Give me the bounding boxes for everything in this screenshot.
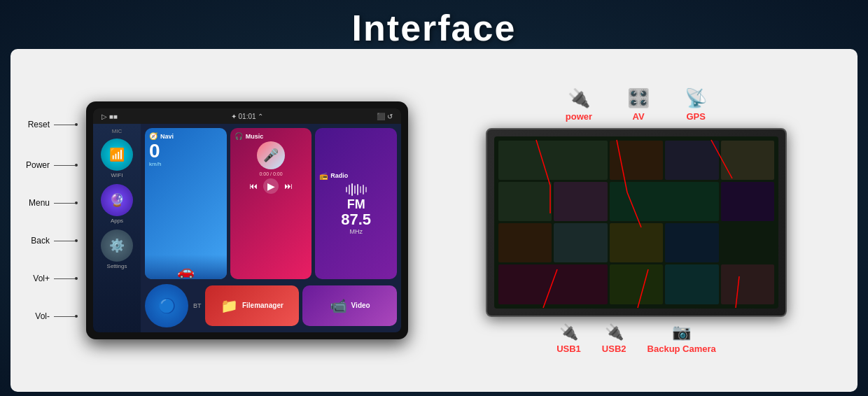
- backup-camera-connector: 📷 Backup Camera: [648, 323, 716, 354]
- power-connector: 🔌 power: [566, 87, 592, 122]
- svg-line-5: [543, 269, 557, 308]
- sidebar-settings[interactable]: ⚙️: [101, 229, 133, 262]
- filemanager-label: Filemanager: [242, 302, 284, 309]
- page-title: Interface: [0, 0, 868, 49]
- next-icon[interactable]: ⏭: [284, 181, 293, 191]
- radio-screen: ▷ ■■ ✦ 01:01 ⌃ ⬛ ↺ MIC 📶 WIFI: [93, 108, 401, 332]
- app-sidebar: MIC 📶 WIFI 🔮 Apps ⚙️: [93, 124, 141, 332]
- radio-mhz: MHz: [349, 228, 363, 235]
- filemanager-card[interactable]: 📁 Filemanager: [205, 285, 300, 326]
- label-power-text: Power: [24, 160, 50, 170]
- app-row-2: 🔵 BT 📁 Filemanager 📹: [145, 283, 397, 328]
- svg-line-3: [627, 192, 641, 227]
- label-back-text: Back: [24, 236, 50, 246]
- album-art: 🎤: [257, 141, 285, 169]
- right-section: 🔌 power 🎛️ AV 📡 GPS: [429, 87, 844, 354]
- svg-line-2: [617, 140, 627, 192]
- gps-connector: 📡 GPS: [685, 87, 707, 122]
- prev-icon[interactable]: ⏮: [249, 181, 258, 191]
- radio-device: ▷ ■■ ✦ 01:01 ⌃ ⬛ ↺ MIC 📶 WIFI: [86, 101, 408, 339]
- radio-app-card[interactable]: 📻 Radio: [315, 128, 397, 279]
- av-label: AV: [633, 111, 645, 122]
- bottom-connectors: 🔌 USB1 🔌 USB2 📷 Backup Camera: [556, 323, 716, 354]
- filemanager-icon: 📁: [220, 297, 238, 314]
- usb1-label: USB1: [556, 344, 581, 354]
- bluetooth-icon: 🔵: [158, 297, 176, 314]
- top-connectors: 🔌 power 🎛️ AV 📡 GPS: [566, 87, 707, 122]
- av-connector: 🎛️ AV: [627, 87, 650, 122]
- status-time: ✦ 01:01 ⌃: [231, 113, 264, 120]
- svg-line-7: [736, 276, 739, 308]
- status-left: ▷ ■■: [102, 113, 118, 120]
- label-line: [54, 123, 78, 126]
- radio-title: Radio: [330, 172, 348, 179]
- radio-freq: 87.5: [341, 211, 371, 228]
- usb2-connector: 🔌 USB2: [602, 323, 626, 354]
- sidebar-apps-label: Apps: [111, 218, 123, 224]
- music-icon: 🎧: [234, 132, 243, 140]
- usb2-label: USB2: [602, 344, 626, 354]
- sidebar-wifi[interactable]: 📶: [101, 139, 133, 171]
- sidebar-settings-label: Settings: [107, 263, 127, 269]
- svg-line-4: [711, 140, 732, 178]
- connector-lines-svg: [487, 129, 785, 316]
- svg-line-6: [638, 269, 648, 308]
- usb1-connector: 🔌 USB1: [556, 323, 581, 354]
- backup-camera-label: Backup Camera: [648, 344, 716, 354]
- mic-label: MIC: [112, 128, 122, 134]
- label-vol-minus-text: Vol-: [24, 311, 50, 321]
- power-label: power: [566, 111, 592, 122]
- road-icon: 🚗: [177, 262, 195, 279]
- label-vol-plus-text: Vol+: [24, 274, 50, 283]
- music-controls: ⏮ ▶ ⏭: [249, 178, 293, 194]
- label-menu-text: Menu: [24, 198, 50, 208]
- video-label: Video: [351, 302, 370, 309]
- gps-icon: 📡: [685, 87, 707, 109]
- radio-icon: 📻: [319, 172, 328, 180]
- label-vol-plus: Vol+: [24, 274, 78, 283]
- label-reset: Reset: [24, 120, 78, 129]
- bt-card[interactable]: 🔵: [145, 284, 188, 327]
- av-cable-icon: 🎛️: [627, 87, 650, 109]
- device-back-panel: [486, 128, 787, 317]
- music-progress: 0:00 / 0:00: [259, 171, 282, 176]
- usb2-icon: 🔌: [605, 323, 624, 341]
- sidebar-apps[interactable]: 🔮: [101, 184, 133, 216]
- content-panel: Reset Power Menu Back Vol+: [10, 49, 858, 392]
- navi-speed: 0: [149, 141, 160, 161]
- label-vol-minus: Vol-: [24, 311, 78, 321]
- page-wrapper: Interface Reset Power Menu Back: [0, 0, 868, 396]
- svg-line-0: [536, 140, 550, 185]
- screen-body: MIC 📶 WIFI 🔮 Apps ⚙️: [93, 124, 401, 332]
- backup-camera-icon: 📷: [672, 323, 691, 341]
- usb1-icon: 🔌: [559, 323, 578, 341]
- app-row-1: 🧭 Navi 0 km/h 🚗: [145, 128, 397, 279]
- video-icon: 📹: [330, 297, 347, 314]
- music-title: Music: [246, 133, 264, 140]
- waveform: [346, 183, 367, 197]
- wifi-icon: 📶: [109, 147, 125, 162]
- status-right: ⬛ ↺: [377, 113, 393, 120]
- app-grid: 🧭 Navi 0 km/h 🚗: [141, 124, 401, 332]
- power-cable-icon: 🔌: [568, 87, 590, 109]
- navi-icon: 🧭: [149, 132, 158, 140]
- label-reset-text: Reset: [24, 120, 50, 129]
- label-back: Back: [24, 236, 78, 246]
- navi-unit: km/h: [149, 161, 161, 167]
- status-bar: ▷ ■■ ✦ 01:01 ⌃ ⬛ ↺: [93, 108, 401, 124]
- sidebar-wifi-label: WIFI: [111, 172, 123, 178]
- label-power: Power: [24, 160, 78, 170]
- play-icon[interactable]: ▶: [263, 178, 279, 194]
- navi-card[interactable]: 🧭 Navi 0 km/h 🚗: [145, 128, 227, 279]
- bt-label: BT: [193, 302, 202, 309]
- music-card[interactable]: 🎧 Music 🎤 0:00 / 0:00 ⏮ ▶ ⏭: [230, 128, 312, 279]
- apps-icon: 🔮: [109, 192, 125, 208]
- gps-label: GPS: [686, 111, 705, 122]
- label-menu: Menu: [24, 198, 78, 208]
- left-section: Reset Power Menu Back Vol+: [24, 101, 408, 339]
- settings-icon: ⚙️: [109, 238, 125, 253]
- side-labels: Reset Power Menu Back Vol+: [24, 120, 78, 321]
- navi-title: Navi: [160, 133, 174, 140]
- fm-label: FM: [347, 198, 365, 212]
- video-card[interactable]: 📹 Video: [302, 285, 397, 326]
